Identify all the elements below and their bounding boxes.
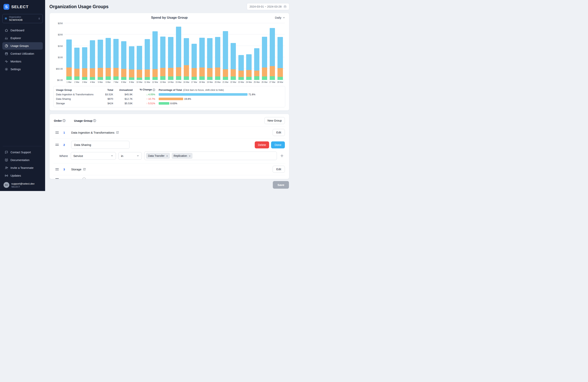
bar-segment-data-ingestion-transformations[interactable]	[129, 46, 134, 69]
sidebar-item-updates[interactable]: Updates	[2, 172, 43, 179]
bar-segment-data-sharing[interactable]	[223, 69, 228, 77]
bar-segment-data-ingestion-transformations[interactable]	[238, 55, 244, 71]
bar-segment-storage[interactable]	[121, 77, 126, 80]
bar-segment-data-ingestion-transformations[interactable]	[176, 27, 181, 67]
stacked-bar-15-mar[interactable]	[176, 27, 181, 80]
sidebar-item-monitors[interactable]: Monitors	[2, 58, 43, 65]
stacked-bar-8-mar[interactable]	[121, 41, 126, 80]
bar-segment-storage[interactable]	[176, 76, 181, 80]
bar-segment-data-sharing[interactable]	[238, 71, 244, 77]
bar-segment-storage[interactable]	[113, 76, 119, 80]
bar-segment-storage[interactable]	[152, 77, 158, 80]
bar-segment-data-ingestion-transformations[interactable]	[82, 47, 87, 68]
pct-bar[interactable]	[159, 93, 248, 96]
bar-segment-storage[interactable]	[254, 76, 259, 80]
bar-segment-data-sharing[interactable]	[113, 68, 119, 76]
external-link-icon[interactable]	[83, 168, 86, 170]
sidebar-item-usage-groups[interactable]: Usage Groups	[2, 42, 43, 50]
stacked-bar-13-mar[interactable]	[160, 37, 166, 80]
granularity-dropdown[interactable]: Daily	[275, 16, 285, 19]
bar-segment-data-sharing[interactable]	[270, 66, 275, 76]
sidebar-item-dashboard[interactable]: Dashboard	[2, 27, 43, 34]
bar-segment-data-sharing[interactable]	[121, 69, 126, 77]
info-icon[interactable]: ⓘ	[63, 119, 65, 123]
bar-segment-data-sharing[interactable]	[262, 67, 267, 77]
bar-segment-data-ingestion-transformations[interactable]	[74, 48, 80, 68]
bar-segment-storage[interactable]	[231, 76, 236, 80]
bar-segment-storage[interactable]	[137, 78, 142, 80]
bar-segment-data-ingestion-transformations[interactable]	[105, 38, 111, 68]
bar-segment-data-sharing[interactable]	[160, 68, 166, 76]
bar-segment-data-sharing[interactable]	[168, 68, 173, 76]
bar-segment-data-ingestion-transformations[interactable]	[137, 46, 142, 70]
bar-segment-storage[interactable]	[215, 76, 220, 80]
bar-segment-data-sharing[interactable]	[215, 67, 220, 77]
bar-segment-data-ingestion-transformations[interactable]	[262, 37, 267, 67]
bar-segment-data-ingestion-transformations[interactable]	[168, 37, 173, 68]
bar-segment-data-sharing[interactable]	[184, 65, 189, 76]
bar-segment-data-ingestion-transformations[interactable]	[113, 39, 119, 68]
bar-segment-storage[interactable]	[168, 76, 173, 80]
delete-button[interactable]: Delete	[255, 141, 269, 149]
bar-segment-storage[interactable]	[184, 76, 189, 80]
bar-segment-storage[interactable]	[66, 76, 72, 80]
bar-segment-data-sharing[interactable]	[277, 68, 283, 77]
stacked-bar-4-mar[interactable]	[90, 40, 95, 80]
bar-segment-data-sharing[interactable]	[137, 70, 142, 78]
bar-segment-data-sharing[interactable]	[82, 68, 87, 77]
stacked-bar-11-mar[interactable]	[145, 39, 150, 80]
stacked-bar-1-mar[interactable]	[66, 40, 72, 80]
bar-segment-storage[interactable]	[223, 77, 228, 80]
bar-segment-data-ingestion-transformations[interactable]	[270, 28, 275, 66]
bar-segment-data-sharing[interactable]	[98, 68, 103, 77]
stacked-bar-20-mar[interactable]	[215, 37, 220, 80]
bar-segment-data-ingestion-transformations[interactable]	[160, 37, 166, 68]
bar-segment-data-sharing[interactable]	[231, 69, 236, 76]
stacked-bar-25-mar[interactable]	[254, 48, 259, 80]
bar-segment-data-ingestion-transformations[interactable]	[277, 37, 283, 68]
org-selector[interactable]: ❄ Organization SCWXHOB	[2, 14, 43, 23]
filter-chip-data-transfer[interactable]: Data Transfer×	[146, 153, 170, 159]
bar-segment-storage[interactable]	[98, 77, 103, 80]
bar-segment-data-sharing[interactable]	[254, 71, 259, 76]
bar-segment-storage[interactable]	[129, 77, 134, 80]
edit-button[interactable]: Edit	[273, 166, 285, 173]
bar-segment-storage[interactable]	[105, 76, 111, 80]
filter-values-input[interactable]: Data Transfer×Replication×	[144, 151, 277, 160]
add-filter-button plus-icon[interactable]	[280, 154, 284, 158]
chip-close-icon[interactable]: ×	[166, 154, 168, 157]
bar-segment-storage[interactable]	[238, 77, 244, 80]
bar-segment-storage[interactable]	[246, 77, 252, 80]
stacked-bar-9-mar[interactable]	[129, 46, 134, 80]
stacked-bar-24-mar[interactable]	[246, 54, 252, 80]
bar-segment-data-ingestion-transformations[interactable]	[145, 39, 150, 70]
pct-bar[interactable]	[159, 102, 169, 105]
stacked-bar-3-mar[interactable]	[82, 47, 87, 80]
stacked-bar-7-mar[interactable]	[113, 39, 119, 80]
date-range-picker[interactable]: 2024-03-01 ~ 2024-03-28	[247, 3, 289, 10]
bar-segment-data-sharing[interactable]	[176, 67, 181, 76]
stacked-bar-6-mar[interactable]	[105, 38, 111, 80]
bar-segment-data-sharing[interactable]	[90, 68, 95, 77]
stacked-bar-5-mar[interactable]	[98, 40, 103, 80]
bar-segment-data-ingestion-transformations[interactable]	[223, 31, 228, 69]
stacked-bar-16-mar[interactable]	[184, 38, 189, 80]
bar-segment-data-ingestion-transformations[interactable]	[191, 44, 197, 68]
bar-segment-storage[interactable]	[160, 76, 166, 80]
operator-select[interactable]: in	[118, 152, 142, 160]
drag-handle[interactable]	[55, 132, 59, 133]
bar-segment-storage[interactable]	[74, 76, 80, 80]
new-group-button[interactable]: New Group	[264, 117, 285, 124]
usage-group-name-input[interactable]	[71, 141, 129, 149]
bar-segment-storage[interactable]	[277, 77, 283, 80]
bar-segment-data-ingestion-transformations[interactable]	[199, 38, 205, 67]
stacked-bar-19-mar[interactable]	[207, 38, 212, 80]
bar-segment-data-sharing[interactable]	[129, 69, 134, 77]
info-icon[interactable]: ⓘ	[93, 119, 96, 123]
bar-segment-storage[interactable]	[262, 76, 267, 80]
bar-segment-data-sharing[interactable]	[105, 68, 111, 76]
bar-segment-data-ingestion-transformations[interactable]	[215, 37, 220, 67]
bar-segment-data-sharing[interactable]	[152, 69, 158, 77]
stacked-bar-18-mar[interactable]	[199, 38, 205, 80]
stacked-bar-17-mar[interactable]	[191, 44, 197, 80]
